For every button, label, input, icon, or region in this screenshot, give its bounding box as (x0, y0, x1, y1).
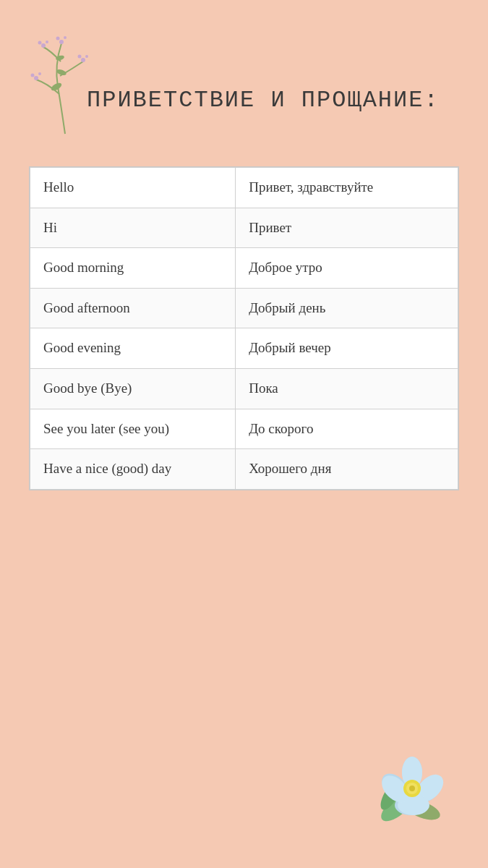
table-row: Good bye (Bye)Пока (30, 368, 458, 409)
page-container: ПРИВЕТСТВИЕ И ПРОЩАНИЕ: HelloПривет, здр… (0, 0, 488, 868)
svg-point-9 (41, 43, 46, 48)
table-row: Good afternoonДобрый день (30, 288, 458, 328)
english-cell: Good afternoon (30, 288, 236, 328)
russian-cell: Привет, здравствуйте (236, 168, 458, 208)
russian-cell: Привет (236, 208, 458, 248)
decorative-flower-bottom-right (365, 745, 459, 839)
svg-point-4 (31, 74, 35, 77)
russian-cell: Доброе утро (236, 248, 458, 289)
svg-point-11 (46, 41, 48, 43)
english-cell: Hi (30, 208, 236, 248)
russian-cell: До скорого (236, 409, 458, 449)
table-row: HelloПривет, здравствуйте (30, 168, 458, 208)
svg-point-8 (85, 55, 88, 58)
russian-cell: Пока (236, 368, 458, 409)
table-row: Good morningДоброе утро (30, 248, 458, 289)
russian-cell: Хорошего дня (236, 449, 458, 490)
svg-point-14 (64, 36, 67, 39)
english-cell: Hello (30, 168, 236, 208)
svg-point-3 (34, 76, 38, 80)
title-area: ПРИВЕТСТВИЕ И ПРОЩАНИЕ: (87, 87, 459, 114)
svg-point-5 (38, 72, 41, 75)
russian-cell: Добрый день (236, 288, 458, 328)
vocabulary-table: HelloПривет, здравствуйтеHiПриветGood mo… (30, 167, 458, 490)
table-row: See you later (see you)До скорого (30, 409, 458, 449)
svg-point-13 (56, 37, 60, 41)
english-cell: Good evening (30, 328, 236, 369)
page-title: ПРИВЕТСТВИЕ И ПРОЩАНИЕ: (87, 87, 459, 114)
svg-point-7 (78, 55, 82, 59)
svg-point-28 (409, 786, 415, 791)
english-cell: Good bye (Bye) (30, 368, 236, 409)
table-row: Good eveningДобрый вечер (30, 328, 458, 369)
english-cell: See you later (see you) (30, 409, 236, 449)
table-row: Have a nice (good) dayХорошего дня (30, 449, 458, 490)
table-row: HiПривет (30, 208, 458, 248)
vocabulary-table-container: HelloПривет, здравствуйтеHiПриветGood mo… (29, 166, 459, 490)
svg-point-0 (50, 82, 63, 93)
russian-cell: Добрый вечер (236, 328, 458, 369)
decorative-plant-top-left (22, 22, 108, 137)
svg-point-10 (38, 41, 42, 45)
svg-point-6 (81, 58, 85, 62)
english-cell: Good morning (30, 248, 236, 289)
svg-point-12 (59, 40, 64, 44)
english-cell: Have a nice (good) day (30, 449, 236, 490)
